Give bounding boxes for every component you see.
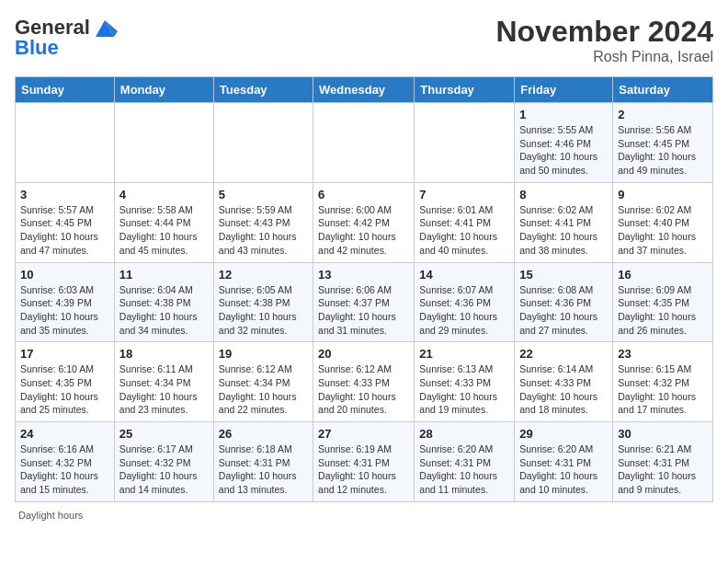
day-info: Sunrise: 6:16 AM Sunset: 4:32 PM Dayligh… xyxy=(20,442,109,497)
calendar-cell: 18Sunrise: 6:11 AM Sunset: 4:34 PM Dayli… xyxy=(114,342,213,422)
day-number: 25 xyxy=(119,427,209,441)
day-info: Sunrise: 6:00 AM Sunset: 4:42 PM Dayligh… xyxy=(318,203,409,258)
calendar-week-row: 1Sunrise: 5:55 AM Sunset: 4:46 PM Daylig… xyxy=(16,103,713,183)
calendar-cell: 9Sunrise: 6:02 AM Sunset: 4:40 PM Daylig… xyxy=(613,182,713,262)
day-number: 6 xyxy=(318,188,409,201)
day-number: 13 xyxy=(318,268,409,282)
day-number: 2 xyxy=(618,108,708,121)
day-number: 3 xyxy=(20,188,109,201)
calendar-cell: 29Sunrise: 6:20 AM Sunset: 4:31 PM Dayli… xyxy=(515,422,613,502)
calendar-cell: 5Sunrise: 5:59 AM Sunset: 4:43 PM Daylig… xyxy=(213,182,313,262)
calendar-cell: 25Sunrise: 6:17 AM Sunset: 4:32 PM Dayli… xyxy=(114,422,213,502)
day-info: Sunrise: 6:02 AM Sunset: 4:41 PM Dayligh… xyxy=(519,203,608,258)
footer: Daylight hours xyxy=(15,510,713,521)
day-number: 22 xyxy=(519,347,608,361)
day-number: 5 xyxy=(219,188,308,201)
day-number: 29 xyxy=(519,427,608,441)
calendar-cell: 1Sunrise: 5:55 AM Sunset: 4:46 PM Daylig… xyxy=(515,103,613,183)
calendar-cell: 11Sunrise: 6:04 AM Sunset: 4:38 PM Dayli… xyxy=(114,262,213,342)
day-number: 17 xyxy=(20,347,109,361)
day-info: Sunrise: 6:20 AM Sunset: 4:31 PM Dayligh… xyxy=(419,442,509,497)
day-number: 16 xyxy=(618,268,708,282)
calendar-cell: 16Sunrise: 6:09 AM Sunset: 4:35 PM Dayli… xyxy=(613,262,713,342)
day-info: Sunrise: 6:12 AM Sunset: 4:33 PM Dayligh… xyxy=(318,362,409,417)
day-info: Sunrise: 5:57 AM Sunset: 4:45 PM Dayligh… xyxy=(20,203,109,258)
day-number: 8 xyxy=(519,188,608,201)
day-info: Sunrise: 6:18 AM Sunset: 4:31 PM Dayligh… xyxy=(219,442,308,497)
day-info: Sunrise: 6:09 AM Sunset: 4:35 PM Dayligh… xyxy=(618,283,708,338)
day-info: Sunrise: 6:11 AM Sunset: 4:34 PM Dayligh… xyxy=(119,362,209,417)
day-info: Sunrise: 6:07 AM Sunset: 4:36 PM Dayligh… xyxy=(419,283,509,338)
calendar-cell: 2Sunrise: 5:56 AM Sunset: 4:45 PM Daylig… xyxy=(613,103,713,183)
calendar-cell: 7Sunrise: 6:01 AM Sunset: 4:41 PM Daylig… xyxy=(415,182,515,262)
calendar-header-thursday: Thursday xyxy=(415,77,515,103)
calendar-cell xyxy=(313,103,415,183)
calendar-cell: 28Sunrise: 6:20 AM Sunset: 4:31 PM Dayli… xyxy=(415,422,515,502)
day-number: 4 xyxy=(119,188,209,201)
day-number: 24 xyxy=(20,427,109,441)
day-number: 30 xyxy=(618,427,708,441)
calendar-header-wednesday: Wednesday xyxy=(313,77,415,103)
day-number: 23 xyxy=(618,347,708,361)
day-number: 15 xyxy=(519,268,608,282)
day-info: Sunrise: 6:06 AM Sunset: 4:37 PM Dayligh… xyxy=(318,283,409,338)
calendar-cell: 21Sunrise: 6:13 AM Sunset: 4:33 PM Dayli… xyxy=(415,342,515,422)
calendar-cell xyxy=(114,103,213,183)
day-info: Sunrise: 6:05 AM Sunset: 4:38 PM Dayligh… xyxy=(219,283,308,338)
day-info: Sunrise: 6:01 AM Sunset: 4:41 PM Dayligh… xyxy=(419,203,509,258)
day-info: Sunrise: 6:17 AM Sunset: 4:32 PM Dayligh… xyxy=(119,442,209,497)
day-number: 10 xyxy=(20,268,109,282)
calendar-cell: 30Sunrise: 6:21 AM Sunset: 4:31 PM Dayli… xyxy=(613,422,713,502)
day-info: Sunrise: 6:02 AM Sunset: 4:40 PM Dayligh… xyxy=(618,203,708,258)
title-area: November 2024 Rosh Pinna, Israel xyxy=(495,15,713,65)
calendar-cell xyxy=(213,103,313,183)
day-info: Sunrise: 6:14 AM Sunset: 4:33 PM Dayligh… xyxy=(519,362,608,417)
day-number: 14 xyxy=(419,268,509,282)
header: General Blue November 2024 Rosh Pinna, I… xyxy=(15,15,713,65)
calendar-cell xyxy=(415,103,515,183)
calendar-week-row: 10Sunrise: 6:03 AM Sunset: 4:39 PM Dayli… xyxy=(16,262,713,342)
calendar-cell: 20Sunrise: 6:12 AM Sunset: 4:33 PM Dayli… xyxy=(313,342,415,422)
day-number: 7 xyxy=(419,188,509,201)
day-info: Sunrise: 6:08 AM Sunset: 4:36 PM Dayligh… xyxy=(519,283,608,338)
calendar-cell: 22Sunrise: 6:14 AM Sunset: 4:33 PM Dayli… xyxy=(515,342,613,422)
calendar-header-sunday: Sunday xyxy=(16,77,115,103)
calendar-cell: 24Sunrise: 6:16 AM Sunset: 4:32 PM Dayli… xyxy=(16,422,115,502)
month-title: November 2024 xyxy=(495,15,713,49)
day-number: 11 xyxy=(119,268,209,282)
day-number: 27 xyxy=(318,427,409,441)
day-info: Sunrise: 5:55 AM Sunset: 4:46 PM Dayligh… xyxy=(519,123,608,178)
day-number: 28 xyxy=(419,427,509,441)
day-number: 20 xyxy=(318,347,409,361)
day-info: Sunrise: 6:04 AM Sunset: 4:38 PM Dayligh… xyxy=(119,283,209,338)
day-info: Sunrise: 6:03 AM Sunset: 4:39 PM Dayligh… xyxy=(20,283,109,338)
day-number: 21 xyxy=(419,347,509,361)
calendar-cell: 6Sunrise: 6:00 AM Sunset: 4:42 PM Daylig… xyxy=(313,182,415,262)
calendar-header-row: SundayMondayTuesdayWednesdayThursdayFrid… xyxy=(16,77,713,103)
logo-icon xyxy=(92,15,118,40)
day-number: 1 xyxy=(519,108,608,121)
calendar-week-row: 17Sunrise: 6:10 AM Sunset: 4:35 PM Dayli… xyxy=(16,342,713,422)
calendar-header-tuesday: Tuesday xyxy=(213,77,313,103)
calendar-week-row: 3Sunrise: 5:57 AM Sunset: 4:45 PM Daylig… xyxy=(16,182,713,262)
calendar-cell: 13Sunrise: 6:06 AM Sunset: 4:37 PM Dayli… xyxy=(313,262,415,342)
day-number: 9 xyxy=(618,188,708,201)
day-info: Sunrise: 6:15 AM Sunset: 4:32 PM Dayligh… xyxy=(618,362,708,417)
day-info: Sunrise: 5:59 AM Sunset: 4:43 PM Dayligh… xyxy=(219,203,308,258)
calendar-header-friday: Friday xyxy=(515,77,613,103)
page: General Blue November 2024 Rosh Pinna, I… xyxy=(0,0,728,530)
calendar-week-row: 24Sunrise: 6:16 AM Sunset: 4:32 PM Dayli… xyxy=(16,422,713,502)
calendar-cell: 26Sunrise: 6:18 AM Sunset: 4:31 PM Dayli… xyxy=(213,422,313,502)
location: Rosh Pinna, Israel xyxy=(495,49,713,65)
logo: General Blue xyxy=(15,15,118,59)
footer-text: Daylight hours xyxy=(18,510,83,521)
day-number: 18 xyxy=(119,347,209,361)
calendar-cell: 4Sunrise: 5:58 AM Sunset: 4:44 PM Daylig… xyxy=(114,182,213,262)
day-info: Sunrise: 6:21 AM Sunset: 4:31 PM Dayligh… xyxy=(618,442,708,497)
calendar: SundayMondayTuesdayWednesdayThursdayFrid… xyxy=(15,76,713,502)
calendar-cell: 8Sunrise: 6:02 AM Sunset: 4:41 PM Daylig… xyxy=(515,182,613,262)
calendar-cell: 17Sunrise: 6:10 AM Sunset: 4:35 PM Dayli… xyxy=(16,342,115,422)
calendar-cell xyxy=(16,103,115,183)
calendar-cell: 19Sunrise: 6:12 AM Sunset: 4:34 PM Dayli… xyxy=(213,342,313,422)
day-info: Sunrise: 6:19 AM Sunset: 4:31 PM Dayligh… xyxy=(318,442,409,497)
